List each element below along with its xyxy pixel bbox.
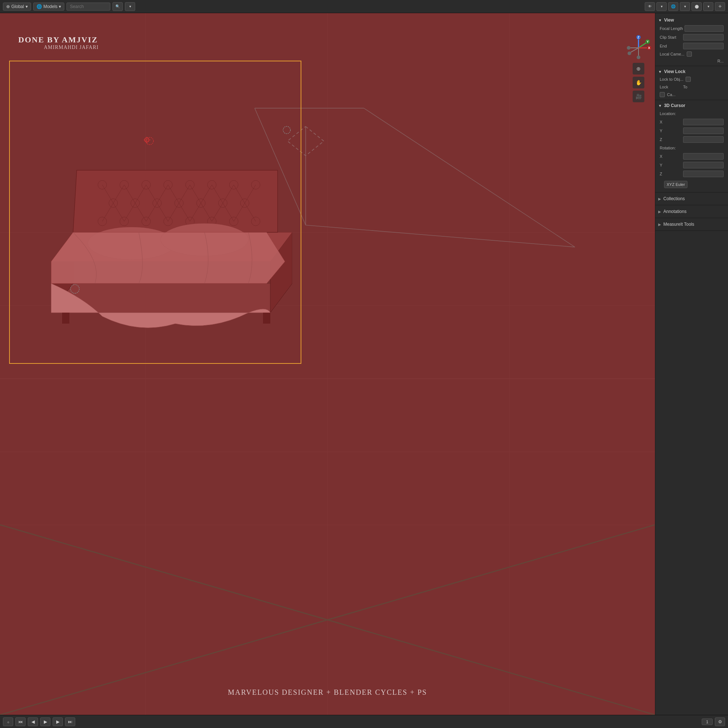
topbar: ⊕ Global ▾ 🌐 Models ▾ 🔍 ▾ 👁 ▾ 🌐 ▾ ⬤ ▾ ✛ [0,0,399,13]
view-mode-label: Models [43,4,58,9]
svg-line-13 [364,108,399,247]
svg-rect-76 [263,313,270,324]
models-icon: 🌐 [37,4,42,9]
transform-dropdown[interactable]: ⊕ Global ▾ [3,3,31,11]
svg-marker-20 [73,170,278,232]
watermark-subtitle: Amirmahdi Jafari [44,44,99,50]
global-icon: ⊕ [6,4,10,9]
search-input[interactable] [66,3,110,11]
watermark-title: Done By AmjViz [18,35,98,44]
svg-line-11 [306,225,399,247]
svg-marker-14 [288,126,324,156]
svg-rect-75 [62,313,69,324]
view-dropdown-arrow: ▾ [59,4,61,9]
dropdown-toggle[interactable]: ▾ [125,2,135,11]
viewport[interactable]: Done By AmjViz Amirmahdi Jafari [0,13,399,399]
transform-mode-label: Global [11,4,24,9]
bed-render [29,86,292,342]
dropdown-arrow: ▾ [26,4,28,9]
svg-marker-74 [51,232,285,283]
view-mode-dropdown[interactable]: 🌐 Models ▾ [33,3,65,11]
search-button[interactable]: 🔍 [113,2,123,11]
